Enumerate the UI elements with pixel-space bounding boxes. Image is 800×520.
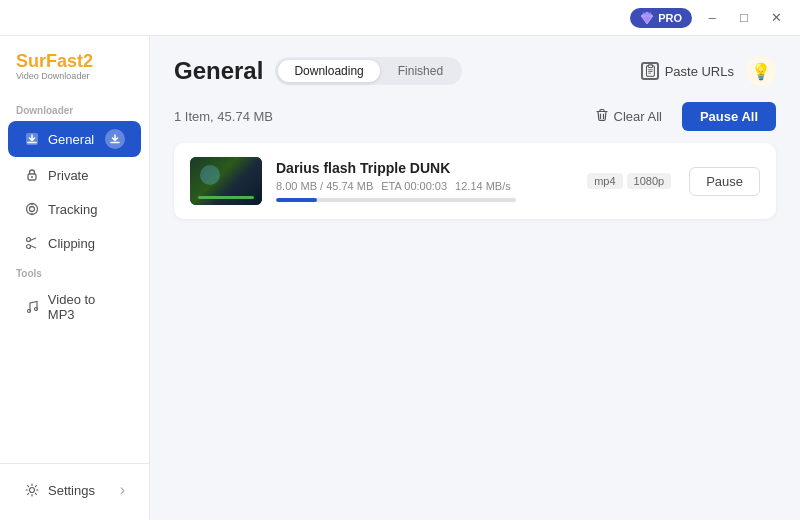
- page-title: General: [174, 57, 263, 85]
- maximize-button[interactable]: □: [732, 6, 756, 30]
- progress-bar: [276, 198, 516, 202]
- item-count: 1 Item, 45.74 MB: [174, 109, 273, 124]
- pause-all-button[interactable]: Pause All: [682, 102, 776, 131]
- tab-group: Downloading Finished: [275, 57, 462, 85]
- svg-point-6: [30, 207, 35, 212]
- tools-section-label: Tools: [0, 260, 149, 283]
- minimize-icon: –: [708, 10, 715, 25]
- music-icon: [24, 299, 40, 315]
- sub-header: 1 Item, 45.74 MB Clear All Pause All: [174, 102, 776, 131]
- lock-icon: [24, 167, 40, 183]
- gear-icon: [24, 482, 40, 498]
- settings-left: Settings: [24, 482, 95, 498]
- pro-badge: PRO: [630, 8, 692, 28]
- sidebar-item-video-to-mp3-label: Video to MP3: [48, 292, 125, 322]
- sidebar-item-general-label: General: [48, 132, 94, 147]
- trash-icon: [595, 108, 609, 125]
- svg-point-15: [30, 488, 35, 493]
- svg-point-5: [27, 204, 38, 215]
- settings-label: Settings: [48, 483, 95, 498]
- bulb-button[interactable]: 💡: [746, 56, 776, 86]
- download-right: mp4 1080p Pause: [587, 167, 760, 196]
- sidebar-item-clipping-label: Clipping: [48, 236, 95, 251]
- maximize-icon: □: [740, 10, 748, 25]
- download-eta: ETA 00:00:03: [381, 180, 447, 192]
- downloader-section-label: Downloader: [0, 97, 149, 120]
- sidebar-item-clipping[interactable]: Clipping: [8, 227, 141, 259]
- bulb-icon: 💡: [751, 62, 771, 81]
- sidebar-item-general[interactable]: General: [8, 121, 141, 157]
- thumbnail-image: [190, 157, 262, 205]
- sidebar-item-video-to-mp3[interactable]: Video to MP3: [8, 284, 141, 330]
- tab-finished[interactable]: Finished: [382, 60, 459, 82]
- app-body: SurFast2 Video Downloader Downloader Gen…: [0, 36, 800, 520]
- svg-rect-17: [648, 65, 652, 68]
- clipping-icon: [24, 235, 40, 251]
- header-right: Paste URLs 💡: [641, 56, 776, 86]
- svg-point-9: [27, 238, 31, 242]
- thumbnail: [190, 157, 262, 205]
- paste-icon: [641, 62, 659, 80]
- download-speed: 12.14 MB/s: [455, 180, 511, 192]
- clear-all-button[interactable]: Clear All: [585, 102, 672, 131]
- clear-all-label: Clear All: [614, 109, 662, 124]
- download-info: Darius flash Tripple DUNK 8.00 MB / 45.7…: [276, 160, 573, 202]
- close-button[interactable]: ✕: [764, 6, 788, 30]
- paste-urls-button[interactable]: Paste URLs: [641, 62, 734, 80]
- main-content: General Downloading Finished: [150, 36, 800, 520]
- pause-button[interactable]: Pause: [689, 167, 760, 196]
- quality-badge: 1080p: [627, 173, 672, 189]
- svg-point-10: [27, 245, 31, 249]
- tracking-icon: [24, 201, 40, 217]
- actions-right: Clear All Pause All: [585, 102, 776, 131]
- sidebar-item-private-label: Private: [48, 168, 88, 183]
- download-size: 8.00 MB / 45.74 MB: [276, 180, 373, 192]
- download-title: Darius flash Tripple DUNK: [276, 160, 573, 176]
- svg-point-4: [31, 176, 33, 178]
- sidebar-item-tracking[interactable]: Tracking: [8, 193, 141, 225]
- sidebar-item-settings[interactable]: Settings ›: [8, 473, 141, 507]
- pro-label: PRO: [658, 12, 682, 24]
- content-header: General Downloading Finished: [174, 56, 776, 86]
- download-meta: 8.00 MB / 45.74 MB ETA 00:00:03 12.14 MB…: [276, 180, 573, 192]
- close-icon: ✕: [771, 10, 782, 25]
- tab-downloading[interactable]: Downloading: [278, 60, 379, 82]
- sidebar-item-tracking-label: Tracking: [48, 202, 97, 217]
- minimize-button[interactable]: –: [700, 6, 724, 30]
- svg-point-14: [34, 308, 37, 311]
- titlebar: PRO – □ ✕: [0, 0, 800, 36]
- logo-subtitle: Video Downloader: [16, 71, 133, 81]
- sidebar: SurFast2 Video Downloader Downloader Gen…: [0, 36, 150, 520]
- sidebar-item-private[interactable]: Private: [8, 159, 141, 191]
- sidebar-bottom: Settings ›: [0, 463, 149, 508]
- logo-brand: SurFast2: [16, 52, 133, 70]
- paste-urls-label: Paste URLs: [665, 64, 734, 79]
- chevron-right-icon: ›: [120, 481, 125, 499]
- format-badges: mp4 1080p: [587, 173, 671, 189]
- progress-bar-fill: [276, 198, 317, 202]
- svg-point-13: [27, 310, 30, 313]
- header-left: General Downloading Finished: [174, 57, 462, 85]
- format-badge: mp4: [587, 173, 622, 189]
- diamond-icon: [640, 11, 654, 25]
- general-count-badge: [105, 129, 125, 149]
- download-icon: [24, 131, 40, 147]
- logo: SurFast2 Video Downloader: [0, 48, 149, 97]
- download-card: Darius flash Tripple DUNK 8.00 MB / 45.7…: [174, 143, 776, 219]
